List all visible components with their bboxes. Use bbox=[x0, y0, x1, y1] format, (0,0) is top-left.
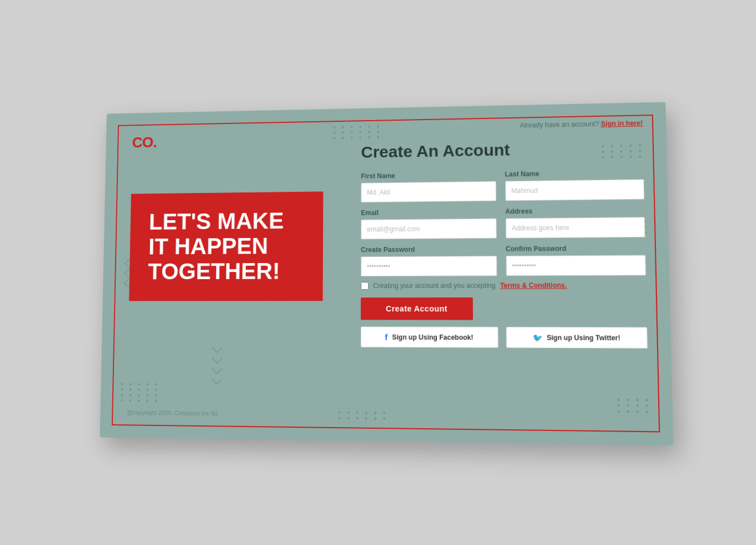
terms-row: Creating your account and you accepting … bbox=[361, 281, 646, 290]
terms-checkbox[interactable] bbox=[361, 282, 369, 290]
terms-text: Creating your account and you accepting bbox=[373, 281, 495, 290]
password-group: Create Password bbox=[361, 245, 497, 276]
bottom-chevrons bbox=[213, 344, 221, 383]
password-label: Create Password bbox=[361, 245, 496, 254]
first-name-input[interactable] bbox=[361, 181, 496, 203]
twitter-signup-button[interactable]: 🐦 Sign up Using Twitter! bbox=[506, 327, 648, 349]
password-input[interactable] bbox=[361, 256, 497, 276]
email-label: Email bbox=[361, 208, 496, 217]
signup-card: CO. LET'S MAKE IT HAPPEN TOGETHER! bbox=[100, 102, 674, 445]
first-name-label: First Name bbox=[361, 171, 496, 180]
email-input[interactable] bbox=[361, 219, 496, 240]
facebook-signup-button[interactable]: f Sign up Using Facebook! bbox=[361, 326, 498, 348]
sign-in-link[interactable]: Sign in here! bbox=[601, 119, 643, 127]
logo: CO. bbox=[132, 131, 334, 151]
right-panel: Already have an account? Sign in here! C… bbox=[350, 102, 674, 445]
last-name-input[interactable] bbox=[505, 179, 644, 201]
create-account-button[interactable]: Create Account bbox=[361, 298, 473, 320]
confirm-password-group: Confirm Password bbox=[505, 244, 646, 276]
first-name-group: First Name bbox=[361, 171, 496, 203]
social-buttons: f Sign up Using Facebook! 🐦 Sign up Usin… bbox=[361, 326, 648, 348]
confirm-password-label: Confirm Password bbox=[505, 244, 645, 253]
already-account-text: Already have an account? Sign in here! bbox=[520, 119, 643, 129]
left-panel: CO. LET'S MAKE IT HAPPEN TOGETHER! bbox=[100, 108, 350, 441]
last-name-label: Last Name bbox=[505, 169, 644, 178]
address-group: Address bbox=[505, 206, 645, 239]
last-name-group: Last Name bbox=[505, 169, 644, 201]
hero-text: LET'S MAKE IT HAPPEN TOGETHER! bbox=[148, 208, 304, 284]
facebook-button-label: Sign up Using Facebook! bbox=[392, 333, 473, 341]
terms-link[interactable]: Terms & Conditions. bbox=[500, 281, 567, 290]
form-fields: First Name Last Name Email Address bbox=[361, 169, 646, 276]
twitter-icon: 🐦 bbox=[533, 333, 543, 342]
email-group: Email bbox=[361, 208, 496, 240]
address-label: Address bbox=[505, 206, 645, 216]
copyright: @copyright 2030. Company Inc ltd. bbox=[127, 409, 219, 417]
facebook-icon: f bbox=[385, 332, 387, 341]
hero-box: LET'S MAKE IT HAPPEN TOGETHER! bbox=[129, 191, 323, 301]
confirm-password-input[interactable] bbox=[506, 255, 646, 276]
twitter-button-label: Sign up Using Twitter! bbox=[546, 334, 620, 342]
address-input[interactable] bbox=[505, 217, 645, 238]
form-title: Create An Account bbox=[361, 138, 643, 162]
left-chevrons bbox=[125, 260, 132, 286]
